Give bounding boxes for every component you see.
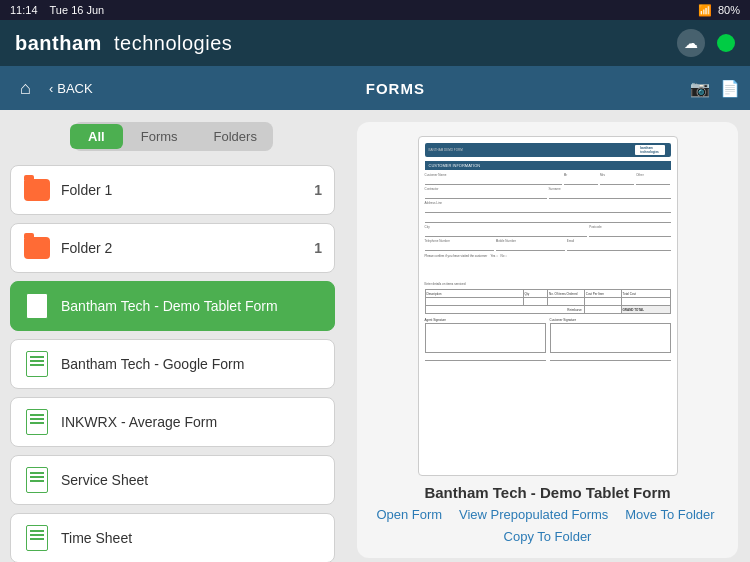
app-header: bantham technologies ☁ [0, 20, 750, 66]
document-icon [23, 466, 51, 494]
item-label: Service Sheet [61, 472, 322, 488]
status-right: 📶 80% [698, 4, 740, 17]
camera-icon[interactable]: 📷 [690, 79, 710, 98]
status-bar: 11:14 Tue 16 Jun 📶 80% [0, 0, 750, 20]
mini-form-header: BANTHAM DEMO FORM banthamtechnologies [425, 143, 671, 157]
wifi-status-icon [717, 34, 735, 52]
list-item-service[interactable]: Service Sheet [10, 455, 335, 505]
navbar: ⌂ ‹ BACK FORMS 📷 📄 [0, 66, 750, 110]
chevron-left-icon: ‹ [49, 81, 53, 96]
page-title: FORMS [101, 80, 690, 97]
document-icon [23, 408, 51, 436]
list-item-inkwrx[interactable]: INKWRX - Average Form [10, 397, 335, 447]
tab-forms[interactable]: Forms [123, 124, 196, 149]
logo-second: technologies [114, 32, 232, 54]
list-item-folder2[interactable]: Folder 2 1 [10, 223, 335, 273]
item-label: Folder 2 [61, 240, 314, 256]
form-preview: BANTHAM DEMO FORM banthamtechnologies CU… [357, 122, 738, 558]
status-date: Tue 16 Jun [50, 4, 105, 16]
status-time-date: 11:14 Tue 16 Jun [10, 4, 104, 16]
document-icon [23, 524, 51, 552]
item-label: Folder 1 [61, 182, 314, 198]
form-caption: Bantham Tech - Demo Tablet Form Open For… [371, 484, 724, 544]
item-label: Bantham Tech - Demo Tablet Form [61, 298, 322, 314]
list-item-folder1[interactable]: Folder 1 1 [10, 165, 335, 215]
status-time: 11:14 [10, 4, 38, 16]
form-preview-title: Bantham Tech - Demo Tablet Form [371, 484, 724, 501]
tab-folders[interactable]: Folders [196, 124, 275, 149]
mini-section: CUSTOMER INFORMATION [425, 161, 671, 170]
left-panel: All Forms Folders Folder 1 1 Folder 2 1 … [0, 110, 345, 562]
signature-section: Agent Signature Customer Signature [425, 318, 671, 361]
list-item-timesheet[interactable]: Time Sheet [10, 513, 335, 562]
move-to-folder-link[interactable]: Move To Folder [625, 507, 714, 525]
cloud-icon[interactable]: ☁ [677, 29, 705, 57]
filter-tabs: All Forms Folders [73, 122, 273, 151]
tab-all[interactable]: All [70, 124, 123, 149]
app-logo: bantham technologies [15, 32, 232, 55]
item-count: 1 [314, 240, 322, 256]
item-label: Time Sheet [61, 530, 322, 546]
battery-level: 80% [718, 4, 740, 16]
view-prepopulated-link[interactable]: View Prepopulated Forms [459, 507, 608, 525]
document-icon [23, 350, 51, 378]
item-label: Bantham Tech - Google Form [61, 356, 322, 372]
open-form-link[interactable]: Open Form [376, 507, 442, 525]
form-image: BANTHAM DEMO FORM banthamtechnologies CU… [418, 136, 678, 476]
home-button[interactable]: ⌂ [10, 73, 41, 104]
form-actions: Open Form View Prepopulated Forms Move T… [371, 507, 724, 544]
folder-icon [23, 234, 51, 262]
right-panel: BANTHAM DEMO FORM banthamtechnologies CU… [345, 110, 750, 562]
list-item-google[interactable]: Bantham Tech - Google Form [10, 339, 335, 389]
header-icons: ☁ [677, 29, 735, 57]
folder-icon [23, 176, 51, 204]
list-item-demo[interactable]: Bantham Tech - Demo Tablet Form [10, 281, 335, 331]
document-icon[interactable]: 📄 [720, 79, 740, 98]
back-button[interactable]: ‹ BACK [41, 76, 101, 101]
logo-first: bantham [15, 32, 102, 54]
document-icon [23, 292, 51, 320]
signal-icon: 📶 [698, 4, 712, 17]
nav-right-icons: 📷 📄 [690, 79, 740, 98]
back-label: BACK [57, 81, 92, 96]
item-label: INKWRX - Average Form [61, 414, 322, 430]
copy-to-folder-link[interactable]: Copy To Folder [504, 529, 592, 544]
item-count: 1 [314, 182, 322, 198]
main-content: All Forms Folders Folder 1 1 Folder 2 1 … [0, 110, 750, 562]
